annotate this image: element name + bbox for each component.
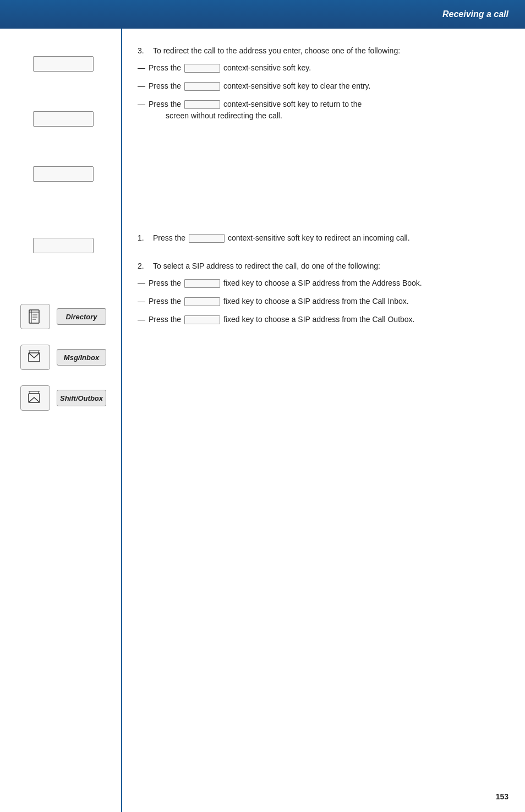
key-placeholder-outbox bbox=[184, 315, 220, 324]
key-placeholder-dir bbox=[184, 279, 220, 288]
msginbox-label: Msg/Inbox bbox=[57, 349, 106, 366]
dash-3-3: — bbox=[138, 99, 149, 122]
upper-section: 3. To redirect the call to the address y… bbox=[0, 29, 525, 188]
section-3-bullets: — Press the context-sensitive soft key. … bbox=[138, 62, 508, 122]
bullet-2b-2: — Press the fixed key to choose a SIP ad… bbox=[138, 296, 508, 307]
bullet-3-1-text: Press the context-sensitive soft key. bbox=[149, 62, 508, 74]
step-2b-num: 2. bbox=[138, 260, 153, 272]
bullet-3-3: — Press the context-sensitive soft key t… bbox=[138, 99, 508, 122]
softkey-button-2 bbox=[33, 111, 94, 127]
section-2b-header: 2. To select a SIP address to redirect t… bbox=[138, 260, 508, 272]
left-border-line bbox=[121, 29, 122, 812]
bullet-2b-3-text: Press the fixed key to choose a SIP addr… bbox=[149, 314, 508, 325]
bullet-2b-2-text: Press the fixed key to choose a SIP addr… bbox=[149, 296, 508, 307]
bullet-3-2-text: Press the context-sensitive soft key to … bbox=[149, 80, 508, 92]
dash-2b-2: — bbox=[138, 296, 149, 307]
step-3-intro: To redirect the call to the address you … bbox=[153, 45, 508, 57]
shiftoutbox-icon bbox=[20, 385, 50, 411]
bullet-3-3-text: Press the context-sensitive soft key to … bbox=[149, 99, 508, 122]
dash-3-1: — bbox=[138, 62, 149, 74]
dash-2b-3: — bbox=[138, 314, 149, 325]
outbox-svg bbox=[26, 389, 44, 407]
header-bar: Receiving a call bbox=[0, 0, 525, 29]
softkey-image-1 bbox=[33, 56, 94, 76]
msginbox-icon bbox=[20, 345, 50, 370]
softkey-image-lower-1 bbox=[33, 238, 94, 258]
section-2b: 2. To select a SIP address to redirect t… bbox=[138, 260, 508, 325]
lower-right-col: 1. Press the context-sensitive soft key … bbox=[127, 232, 525, 426]
inbox-svg bbox=[26, 348, 44, 366]
shiftoutbox-row: Shift/Outbox bbox=[20, 385, 106, 411]
key-placeholder-3-1 bbox=[184, 64, 220, 73]
softkey-image-2 bbox=[33, 111, 94, 131]
shiftoutbox-label: Shift/Outbox bbox=[57, 390, 106, 406]
key-placeholder-3-3 bbox=[184, 100, 220, 109]
upper-left-col bbox=[0, 45, 127, 188]
section-3: 3. To redirect the call to the address y… bbox=[138, 45, 508, 122]
softkey-button-lower-1 bbox=[33, 238, 94, 253]
softkey-button-1 bbox=[33, 56, 94, 72]
mid-spacer bbox=[0, 188, 525, 232]
bullet-2b-3: — Press the fixed key to choose a SIP ad… bbox=[138, 314, 508, 325]
upper-right-col: 3. To redirect the call to the address y… bbox=[127, 45, 525, 188]
key-placeholder-3-2 bbox=[184, 82, 220, 91]
directory-row: Directory bbox=[20, 304, 106, 329]
directory-label: Directory bbox=[57, 308, 106, 325]
section-1b-header: 1. Press the context-sensitive soft key … bbox=[138, 232, 508, 244]
bullet-2b-1: — Press the fixed key to choose a SIP ad… bbox=[138, 277, 508, 289]
step-1b-num: 1. bbox=[138, 232, 153, 244]
dash-3-2: — bbox=[138, 80, 149, 92]
key-placeholder-inbox bbox=[184, 297, 220, 306]
directory-icon bbox=[20, 304, 50, 329]
section-1b: 1. Press the context-sensitive soft key … bbox=[138, 232, 508, 244]
section-2b-bullets: — Press the fixed key to choose a SIP ad… bbox=[138, 277, 508, 325]
dash-2b-1: — bbox=[138, 277, 149, 289]
page-title: Receiving a call bbox=[442, 9, 508, 19]
book-svg bbox=[26, 308, 44, 325]
bullet-3-2: — Press the context-sensitive soft key t… bbox=[138, 80, 508, 92]
step-2b-intro: To select a SIP address to redirect the … bbox=[153, 260, 508, 272]
bullet-3-1: — Press the context-sensitive soft key. bbox=[138, 62, 508, 74]
key-placeholder-1b bbox=[189, 234, 225, 243]
softkey-button-3 bbox=[33, 166, 94, 182]
lower-section: Directory Msg/Inbox bbox=[0, 232, 525, 426]
msginbox-row: Msg/Inbox bbox=[20, 345, 106, 370]
section-3-header: 3. To redirect the call to the address y… bbox=[138, 45, 508, 57]
lower-left-col: Directory Msg/Inbox bbox=[0, 232, 127, 426]
page-number: 153 bbox=[496, 792, 508, 801]
bullet-2b-1-text: Press the fixed key to choose a SIP addr… bbox=[149, 277, 508, 289]
softkey-image-3 bbox=[33, 166, 94, 186]
step-3-num: 3. bbox=[138, 45, 153, 57]
step-1b-text: Press the context-sensitive soft key to … bbox=[153, 232, 508, 244]
